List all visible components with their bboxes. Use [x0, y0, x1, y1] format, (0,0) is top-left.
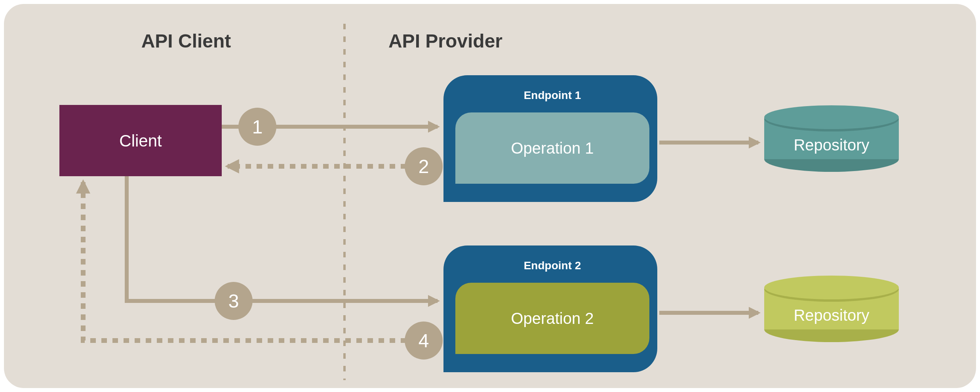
svg-text:2: 2	[419, 156, 429, 177]
svg-point-8	[764, 276, 899, 299]
step-badge-2: 2	[405, 147, 443, 185]
svg-point-4	[764, 105, 899, 129]
repository-1: Repository	[764, 105, 899, 172]
operation-1-label: Operation 1	[511, 139, 594, 157]
endpoint-1: Endpoint 1 Operation 1	[443, 75, 657, 202]
operation-2-label: Operation 2	[511, 310, 594, 327]
endpoint-1-title: Endpoint 1	[524, 89, 581, 101]
repository-1-label: Repository	[794, 136, 869, 154]
client-node: Client	[59, 105, 222, 176]
title-right: API Provider	[388, 30, 502, 51]
step-badge-3: 3	[215, 282, 253, 320]
svg-text:3: 3	[228, 291, 239, 312]
client-label: Client	[119, 131, 162, 150]
svg-text:1: 1	[252, 116, 263, 137]
endpoint-2-title: Endpoint 2	[524, 259, 581, 272]
step-badge-1: 1	[238, 108, 276, 146]
title-left: API Client	[141, 30, 231, 51]
endpoint-2: Endpoint 2 Operation 2	[443, 245, 657, 372]
repository-2: Repository	[764, 276, 899, 342]
repository-2-label: Repository	[794, 306, 869, 324]
api-architecture-diagram: API Client API Provider Client Endpoint …	[0, 0, 980, 392]
step-badge-4: 4	[405, 322, 443, 360]
svg-text:4: 4	[419, 330, 429, 351]
